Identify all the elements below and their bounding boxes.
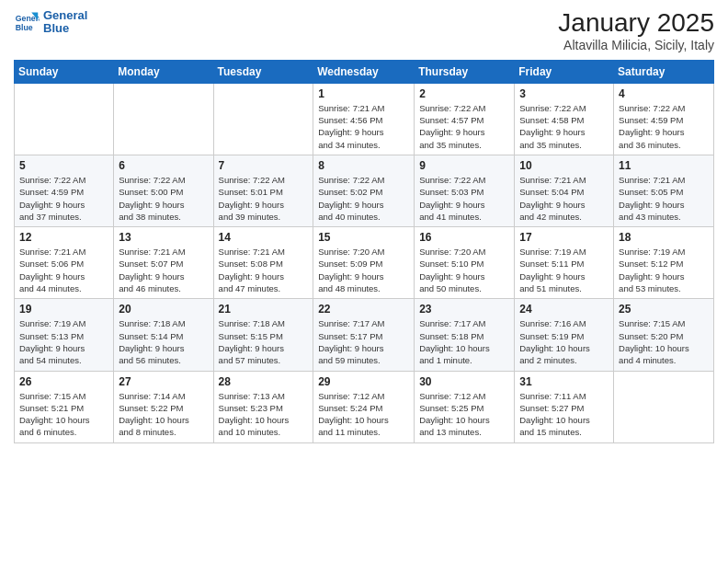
- calendar-weekday-wednesday: Wednesday: [313, 60, 415, 83]
- calendar-cell: 19Sunrise: 7:19 AM Sunset: 5:13 PM Dayli…: [15, 299, 114, 371]
- day-number: 1: [318, 87, 409, 100]
- calendar-cell: 24Sunrise: 7:16 AM Sunset: 5:19 PM Dayli…: [515, 299, 614, 371]
- day-number: 18: [619, 231, 709, 244]
- day-info: Sunrise: 7:22 AM Sunset: 5:03 PM Dayligh…: [419, 174, 509, 223]
- calendar-week-row: 5Sunrise: 7:22 AM Sunset: 4:59 PM Daylig…: [15, 155, 714, 226]
- day-info: Sunrise: 7:15 AM Sunset: 5:20 PM Dayligh…: [619, 317, 709, 366]
- day-number: 13: [119, 231, 208, 244]
- day-number: 17: [519, 231, 609, 244]
- calendar-week-row: 26Sunrise: 7:15 AM Sunset: 5:21 PM Dayli…: [15, 371, 714, 442]
- calendar-cell: [614, 371, 714, 442]
- calendar-cell: 26Sunrise: 7:15 AM Sunset: 5:21 PM Dayli…: [15, 371, 114, 442]
- calendar-cell: 5Sunrise: 7:22 AM Sunset: 4:59 PM Daylig…: [15, 155, 114, 226]
- day-info: Sunrise: 7:18 AM Sunset: 5:15 PM Dayligh…: [219, 317, 309, 366]
- calendar-cell: 25Sunrise: 7:15 AM Sunset: 5:20 PM Dayli…: [614, 299, 714, 371]
- day-number: 14: [219, 231, 309, 244]
- day-number: 24: [519, 303, 609, 316]
- calendar-weekday-thursday: Thursday: [415, 60, 515, 83]
- day-number: 22: [318, 303, 409, 316]
- calendar-cell: 20Sunrise: 7:18 AM Sunset: 5:14 PM Dayli…: [114, 299, 213, 371]
- day-number: 29: [318, 375, 409, 388]
- day-info: Sunrise: 7:21 AM Sunset: 5:08 PM Dayligh…: [219, 246, 309, 294]
- calendar-week-row: 1Sunrise: 7:21 AM Sunset: 4:56 PM Daylig…: [15, 83, 714, 155]
- day-number: 5: [19, 159, 108, 172]
- calendar-table: SundayMondayTuesdayWednesdayThursdayFrid…: [14, 60, 714, 443]
- day-number: 28: [219, 375, 309, 388]
- calendar-weekday-tuesday: Tuesday: [213, 60, 313, 83]
- day-info: Sunrise: 7:22 AM Sunset: 5:02 PM Dayligh…: [318, 174, 409, 223]
- day-number: 16: [419, 231, 509, 244]
- header: General Blue General Blue January 2025 A…: [14, 9, 714, 52]
- calendar-cell: 23Sunrise: 7:17 AM Sunset: 5:18 PM Dayli…: [415, 299, 515, 371]
- day-number: 7: [219, 159, 309, 172]
- day-number: 6: [119, 159, 208, 172]
- calendar-cell: 10Sunrise: 7:21 AM Sunset: 5:04 PM Dayli…: [515, 155, 614, 226]
- day-info: Sunrise: 7:21 AM Sunset: 5:04 PM Dayligh…: [519, 174, 609, 223]
- calendar-cell: 14Sunrise: 7:21 AM Sunset: 5:08 PM Dayli…: [213, 227, 313, 299]
- day-info: Sunrise: 7:19 AM Sunset: 5:13 PM Dayligh…: [19, 317, 108, 366]
- calendar-cell: 8Sunrise: 7:22 AM Sunset: 5:02 PM Daylig…: [313, 155, 415, 226]
- calendar-cell: 4Sunrise: 7:22 AM Sunset: 4:59 PM Daylig…: [614, 83, 714, 155]
- calendar-subtitle: Altavilla Milicia, Sicily, Italy: [558, 38, 714, 52]
- day-number: 8: [318, 159, 409, 172]
- logo-icon: General Blue: [14, 9, 40, 35]
- calendar-cell: [114, 83, 213, 155]
- day-info: Sunrise: 7:17 AM Sunset: 5:17 PM Dayligh…: [318, 317, 409, 366]
- calendar-cell: 17Sunrise: 7:19 AM Sunset: 5:11 PM Dayli…: [515, 227, 614, 299]
- day-number: 3: [519, 87, 609, 100]
- day-info: Sunrise: 7:22 AM Sunset: 5:00 PM Dayligh…: [119, 174, 208, 223]
- day-number: 20: [119, 303, 208, 316]
- calendar-weekday-saturday: Saturday: [614, 60, 714, 83]
- calendar-cell: 29Sunrise: 7:12 AM Sunset: 5:24 PM Dayli…: [313, 371, 415, 442]
- day-info: Sunrise: 7:11 AM Sunset: 5:27 PM Dayligh…: [519, 390, 609, 439]
- day-number: 15: [318, 231, 409, 244]
- day-info: Sunrise: 7:12 AM Sunset: 5:25 PM Dayligh…: [419, 390, 509, 439]
- day-info: Sunrise: 7:16 AM Sunset: 5:19 PM Dayligh…: [519, 317, 609, 366]
- calendar-cell: 6Sunrise: 7:22 AM Sunset: 5:00 PM Daylig…: [114, 155, 213, 226]
- day-number: 31: [519, 375, 609, 388]
- day-number: 27: [119, 375, 208, 388]
- calendar-header-row: SundayMondayTuesdayWednesdayThursdayFrid…: [15, 60, 714, 83]
- page: General Blue General Blue January 2025 A…: [0, 0, 728, 563]
- day-info: Sunrise: 7:19 AM Sunset: 5:11 PM Dayligh…: [519, 246, 609, 294]
- calendar-cell: 30Sunrise: 7:12 AM Sunset: 5:25 PM Dayli…: [415, 371, 515, 442]
- day-info: Sunrise: 7:20 AM Sunset: 5:10 PM Dayligh…: [419, 246, 509, 294]
- calendar-weekday-friday: Friday: [515, 60, 614, 83]
- day-number: 25: [619, 303, 709, 316]
- calendar-cell: 18Sunrise: 7:19 AM Sunset: 5:12 PM Dayli…: [614, 227, 714, 299]
- logo-general: General: [43, 9, 87, 22]
- svg-text:Blue: Blue: [16, 23, 33, 32]
- day-number: 9: [419, 159, 509, 172]
- calendar-cell: 22Sunrise: 7:17 AM Sunset: 5:17 PM Dayli…: [313, 299, 415, 371]
- calendar-cell: 15Sunrise: 7:20 AM Sunset: 5:09 PM Dayli…: [313, 227, 415, 299]
- day-info: Sunrise: 7:19 AM Sunset: 5:12 PM Dayligh…: [619, 246, 709, 294]
- calendar-cell: 28Sunrise: 7:13 AM Sunset: 5:23 PM Dayli…: [213, 371, 313, 442]
- calendar-cell: 12Sunrise: 7:21 AM Sunset: 5:06 PM Dayli…: [15, 227, 114, 299]
- day-number: 10: [519, 159, 609, 172]
- day-info: Sunrise: 7:21 AM Sunset: 5:06 PM Dayligh…: [19, 246, 108, 294]
- calendar-title: January 2025: [558, 9, 714, 38]
- day-number: 4: [619, 87, 709, 100]
- day-info: Sunrise: 7:21 AM Sunset: 5:05 PM Dayligh…: [619, 174, 709, 223]
- day-info: Sunrise: 7:13 AM Sunset: 5:23 PM Dayligh…: [219, 390, 309, 439]
- day-number: 2: [419, 87, 509, 100]
- calendar-cell: [213, 83, 313, 155]
- day-info: Sunrise: 7:22 AM Sunset: 4:59 PM Dayligh…: [619, 102, 709, 151]
- calendar-weekday-sunday: Sunday: [15, 60, 114, 83]
- calendar-cell: 16Sunrise: 7:20 AM Sunset: 5:10 PM Dayli…: [415, 227, 515, 299]
- calendar-cell: 1Sunrise: 7:21 AM Sunset: 4:56 PM Daylig…: [313, 83, 415, 155]
- logo: General Blue General Blue: [14, 9, 87, 36]
- logo-blue: Blue: [43, 22, 69, 35]
- title-block: January 2025 Altavilla Milicia, Sicily, …: [558, 9, 714, 52]
- calendar-cell: 9Sunrise: 7:22 AM Sunset: 5:03 PM Daylig…: [415, 155, 515, 226]
- day-info: Sunrise: 7:14 AM Sunset: 5:22 PM Dayligh…: [119, 390, 208, 439]
- day-info: Sunrise: 7:22 AM Sunset: 4:59 PM Dayligh…: [19, 174, 108, 223]
- day-number: 11: [619, 159, 709, 172]
- calendar-cell: 3Sunrise: 7:22 AM Sunset: 4:58 PM Daylig…: [515, 83, 614, 155]
- calendar-cell: 21Sunrise: 7:18 AM Sunset: 5:15 PM Dayli…: [213, 299, 313, 371]
- day-info: Sunrise: 7:20 AM Sunset: 5:09 PM Dayligh…: [318, 246, 409, 294]
- calendar-cell: 27Sunrise: 7:14 AM Sunset: 5:22 PM Dayli…: [114, 371, 213, 442]
- day-number: 23: [419, 303, 509, 316]
- calendar-cell: 7Sunrise: 7:22 AM Sunset: 5:01 PM Daylig…: [213, 155, 313, 226]
- day-number: 12: [19, 231, 108, 244]
